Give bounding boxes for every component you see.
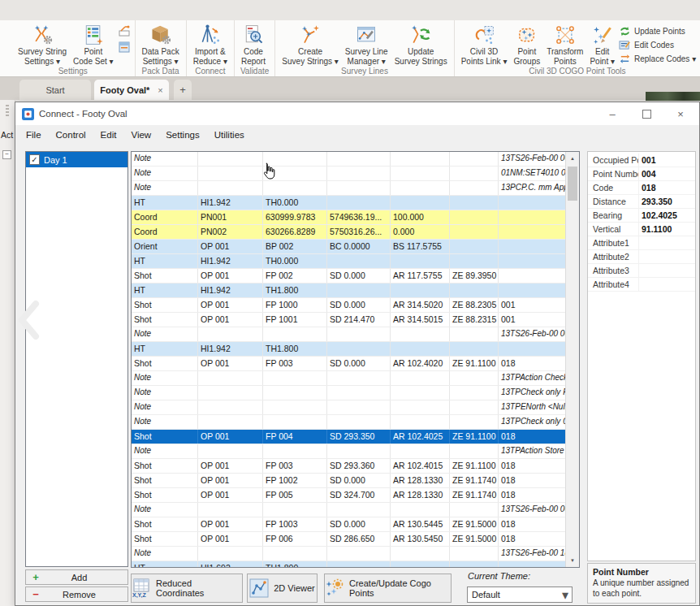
update-survey-strings-button[interactable]: Update Survey Strings — [392, 23, 450, 67]
table-row[interactable]: Shot OP 001 FP 1000 SD 0.000 AR 314.5020… — [132, 298, 565, 313]
table-row[interactable]: Note 13TPAction Check onl... — [132, 371, 565, 386]
tree-item-day1[interactable]: ✓ Day 1 — [26, 152, 127, 167]
dialog-titlebar[interactable]: Connect - Footy Oval – × — [15, 102, 699, 125]
tab-close-icon[interactable]: × — [158, 85, 162, 95]
table-row[interactable]: Note 13TS26-Feb-00 00:30 — [132, 327, 565, 342]
property-row[interactable]: Occupied Po 001 — [588, 154, 695, 167]
table-row[interactable]: Coord PN001 630999.9783 5749636.19... 10… — [132, 210, 565, 225]
panel-grip-icon[interactable] — [6, 105, 9, 116]
panel-settings-icon[interactable] — [118, 41, 131, 54]
table-row[interactable]: HT HI1.942 TH1.800 — [132, 342, 565, 357]
update-points-button[interactable]: Update Points — [619, 25, 696, 37]
table-row[interactable]: Shot OP 001 FP 003 SD 293.360 AR 102.401… — [132, 459, 565, 474]
table-row[interactable]: Shot OP 001 FP 006 SD 286.650 AR 130.545… — [132, 532, 565, 547]
panel-collapse-chevron-icon[interactable] — [16, 300, 41, 344]
tree-collapse-icon[interactable]: − — [2, 150, 11, 159]
menu-control[interactable]: Control — [49, 125, 93, 145]
survey-string-settings-button[interactable]: Survey String Settings ▾ — [15, 23, 69, 67]
property-row[interactable]: Attribute3 — [588, 264, 695, 278]
table-row[interactable]: Shot OP 001 FP 002 SD 0.000 AR 117.5755 … — [132, 269, 565, 284]
transform-points-button[interactable]: Transform Points — [544, 23, 585, 67]
property-row[interactable]: Bearing 102.4025 — [588, 209, 695, 223]
replace-codes-button[interactable]: Replace Codes ▾ — [619, 53, 696, 65]
menu-file[interactable]: File — [19, 125, 49, 145]
grid-vertical-scrollbar[interactable]: ▲ ▼ — [565, 152, 579, 567]
create-update-cogo-points-button[interactable]: Create/Update Cogo Points — [324, 574, 452, 603]
menu-edit[interactable]: Edit — [93, 125, 124, 145]
property-row[interactable]: Vertical 91.1100 — [588, 223, 695, 236]
civil3d-points-link-button[interactable]: Civil 3D Points Link ▾ — [459, 23, 510, 67]
minimize-button[interactable]: – — [595, 102, 629, 125]
cell-5 — [450, 415, 499, 429]
property-value: 001 — [638, 154, 695, 167]
cell-4 — [391, 371, 450, 385]
table-row[interactable]: Note 13PCP.C. mm Applied:.. — [132, 181, 565, 196]
edit-codes-button[interactable]: Edit Codes — [619, 39, 696, 51]
table-row[interactable]: Coord PN002 630266.8289 5750316.26... 0.… — [132, 225, 565, 240]
close-button[interactable]: × — [663, 102, 698, 125]
table-row[interactable]: HT HI1.692 TH1.800 — [132, 561, 565, 568]
day1-checkbox[interactable]: ✓ — [29, 154, 40, 165]
table-row[interactable]: Note 13TPCheck only 018 — [132, 415, 565, 430]
scroll-thumb[interactable] — [568, 167, 577, 201]
code-report-button[interactable]: Code Report — [239, 23, 268, 67]
point-code-set-button[interactable]: Point Code Set ▾ — [71, 23, 116, 67]
data-pack-settings-button[interactable]: Data Pack Settings ▾ — [140, 23, 182, 67]
cell-5 — [450, 503, 499, 517]
new-tab-button[interactable]: + — [174, 80, 192, 100]
table-row[interactable]: Shot OP 001 FP 1003 SD 0.000 AR 130.5445… — [132, 517, 565, 532]
table-row[interactable]: Shot OP 001 FP 003 SD 0.000 AR 102.4020 … — [132, 357, 565, 371]
replace-codes-icon — [619, 53, 631, 65]
menu-utilities[interactable]: Utilities — [207, 125, 252, 145]
2d-viewer-button[interactable]: 2D Viewer — [247, 574, 318, 603]
cell-1: OP 001 — [198, 517, 263, 531]
table-row[interactable]: Orient OP 001 BP 002 BC 0.0000 BS 117.57… — [132, 240, 565, 254]
table-row[interactable]: Note 13TPAction Store Obs.. — [132, 444, 565, 459]
edit-point-button[interactable]: Edit Point ▾ — [587, 23, 617, 67]
cell-type: Note — [132, 444, 198, 458]
table-row[interactable]: Note 01NM:SET4010 0.. — [132, 167, 565, 181]
tab-footy-oval[interactable]: Footy Oval* × — [94, 80, 169, 100]
property-row[interactable]: Code 018 — [588, 181, 695, 195]
property-row[interactable]: Attribute2 — [588, 250, 695, 264]
table-row[interactable]: Note 13TS26-Feb-00 18:41 — [132, 547, 565, 561]
scroll-up-icon[interactable]: ▲ — [566, 152, 579, 165]
point-groups-button[interactable]: Point Groups — [511, 23, 542, 67]
ribbon: Survey String Settings ▾ Point Code Set … — [0, 20, 700, 77]
cell-3: SD 0.000 — [327, 298, 391, 312]
table-row[interactable]: HT HI1.942 TH0.000 — [132, 254, 565, 269]
cell-4: AR 128.1330 — [391, 488, 450, 502]
table-row[interactable]: Shot OP 001 FP 005 SD 324.700 AR 128.133… — [132, 488, 565, 503]
table-row[interactable]: HT HI1.942 TH0.000 — [132, 196, 565, 210]
table-row[interactable]: Shot OP 001 FP 1002 SD 0.000 AR 128.1330… — [132, 474, 565, 488]
cell-3: SD 0.000 — [327, 517, 391, 531]
table-row[interactable]: HT HI1.942 TH1.800 — [132, 284, 565, 298]
property-row[interactable]: Point Numbe 004 — [588, 167, 695, 181]
maximize-button[interactable] — [629, 102, 663, 125]
table-row[interactable]: Shot OP 001 FP 1001 SD 214.470 AR 314.50… — [132, 313, 565, 327]
tab-start[interactable]: Start — [19, 80, 91, 100]
property-row[interactable]: Attribute1 — [588, 236, 695, 250]
cell-type: Shot — [132, 488, 198, 502]
import-reduce-button[interactable]: Import & Reduce ▾ — [191, 23, 230, 67]
reduced-coordinates-button[interactable]: X,Y,Z Reduced Coordinates — [131, 574, 243, 603]
theme-dropdown[interactable]: Default ▾ — [467, 587, 573, 603]
group-label: Survey Lines — [279, 67, 449, 77]
table-row[interactable]: Note 13TPENorth <Null> ... — [132, 400, 565, 415]
survey-line-manager-button[interactable]: Survey Line Manager ▾ — [343, 23, 391, 67]
table-row[interactable]: Note 13TS26-Feb-00 00:48 — [132, 503, 565, 517]
remove-button[interactable]: − Remove — [25, 587, 128, 602]
table-row[interactable]: Note 13TPCheck only Fro... — [132, 386, 565, 400]
table-row[interactable]: Shot OP 001 FP 004 SD 293.350 AR 102.402… — [132, 430, 565, 444]
table-row[interactable]: Note 13TS26-Feb-00 00:05 — [132, 152, 565, 167]
property-row[interactable]: Distance 293.350 — [588, 195, 695, 209]
menu-settings[interactable]: Settings — [158, 125, 207, 145]
day1-label: Day 1 — [44, 155, 67, 165]
property-row[interactable]: Attribute4 — [588, 278, 695, 292]
cell-3 — [327, 386, 391, 400]
add-button[interactable]: + Add — [25, 569, 128, 585]
create-survey-strings-button[interactable]: Create Suvey Strings ▾ — [279, 23, 341, 67]
scroll-down-icon[interactable]: ▼ — [566, 554, 579, 567]
figure-prefix-icon[interactable] — [118, 25, 131, 38]
menu-view[interactable]: View — [123, 125, 158, 145]
